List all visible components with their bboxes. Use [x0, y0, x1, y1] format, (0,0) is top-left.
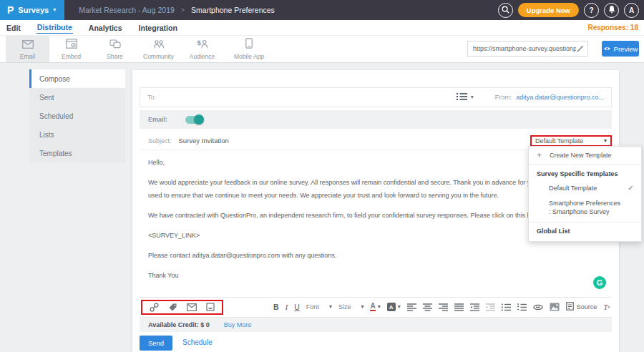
- breadcrumb-survey-name: Smartphone Preferences: [191, 6, 275, 14]
- remove-format-button[interactable]: Tx: [603, 303, 610, 311]
- insert-link-icon[interactable]: [150, 303, 159, 312]
- template-dropdown-menu: + Create New Template Survey Specific Te…: [528, 146, 642, 242]
- topbar: P Surveys ▾ Market Research - Aug 2019 >…: [0, 0, 644, 20]
- align-left-icon[interactable]: [407, 303, 416, 311]
- buy-more-link[interactable]: Buy More: [224, 321, 252, 328]
- mobile-phone-icon: [245, 38, 253, 52]
- to-input[interactable]: [147, 94, 457, 101]
- insert-survey-box-icon[interactable]: [206, 303, 215, 311]
- recipients-row: ▾ From: aditya.datar@questionpro.co...: [140, 87, 612, 107]
- bell-icon: [608, 5, 616, 15]
- chevron-down-icon: ▾: [398, 304, 401, 310]
- subject-label: Subject:: [148, 137, 172, 145]
- menu-item-smartphone-preferences[interactable]: Smartphone Preferences : Smartphone Surv…: [529, 195, 641, 223]
- chevron-down-icon: ▾: [471, 94, 474, 100]
- channel-label: Share: [107, 53, 123, 60]
- tab-integration[interactable]: Integration: [138, 22, 178, 34]
- channel-label: Email: [20, 53, 35, 60]
- distribute-channel-bar: Email Embed Share Community $ Audience M…: [0, 36, 644, 63]
- hyperlink-icon[interactable]: [533, 304, 543, 311]
- send-button[interactable]: Send: [140, 336, 172, 351]
- account-avatar[interactable]: A: [624, 3, 639, 18]
- search-button[interactable]: [498, 3, 513, 18]
- questionpro-logo: P: [7, 4, 14, 16]
- channel-tab-audience[interactable]: $ Audience: [180, 36, 224, 62]
- responses-count[interactable]: Responses: 18: [587, 24, 644, 31]
- select-list-button[interactable]: ▾: [457, 91, 474, 104]
- background-color-dropdown[interactable]: A▾: [387, 303, 401, 311]
- preview-button[interactable]: Preview: [602, 41, 639, 57]
- merge-tag-icon[interactable]: [168, 303, 177, 312]
- italic-button[interactable]: I: [286, 303, 288, 311]
- sidebar-item-sent[interactable]: Sent: [29, 88, 125, 107]
- outdent-icon[interactable]: [470, 303, 479, 311]
- survey-url-value: https://smartphone-survey.questionpro: [473, 45, 576, 52]
- breadcrumb: Market Research - Aug 2019 > Smartphone …: [79, 6, 275, 14]
- sidebar-item-templates[interactable]: Templates: [29, 144, 125, 162]
- smartphone-template-line2: : Smartphone Survey: [549, 207, 634, 216]
- tab-analytics[interactable]: Analytics: [88, 22, 123, 34]
- sidebar-item-scheduled[interactable]: Scheduled: [29, 107, 125, 125]
- insert-image-icon[interactable]: [550, 303, 560, 311]
- indent-icon[interactable]: [486, 303, 495, 311]
- align-right-icon[interactable]: [439, 303, 448, 311]
- sidebar-item-lists[interactable]: Lists: [29, 125, 125, 144]
- menu-header-survey-specific: Survey Specific Templates: [529, 165, 641, 180]
- size-dropdown[interactable]: Size▾: [338, 303, 364, 311]
- contact-list-icon: [457, 91, 467, 104]
- bold-button[interactable]: B: [273, 303, 279, 311]
- credit-row: Available Credit: $ 0 Buy More: [140, 317, 612, 332]
- source-icon: [566, 302, 574, 312]
- channel-label: Embed: [62, 53, 81, 60]
- channel-tab-email[interactable]: Email: [6, 36, 49, 62]
- schedule-link[interactable]: Schedule: [182, 338, 213, 346]
- body-line: Thank You: [148, 269, 612, 282]
- tab-edit[interactable]: Edit: [6, 22, 21, 34]
- channel-label: Mobile App: [234, 53, 264, 60]
- channel-label: Community: [143, 53, 174, 60]
- questionpro-app: P Surveys ▾ Market Research - Aug 2019 >…: [0, 0, 644, 352]
- sidebar-item-compose[interactable]: Compose: [29, 69, 125, 88]
- menu-item-default-template[interactable]: Default Template ✓: [529, 180, 641, 195]
- survey-url-field[interactable]: https://smartphone-survey.questionpro: [467, 41, 588, 57]
- tab-distribute[interactable]: Distribute: [36, 21, 73, 34]
- chevron-down-icon: ▾: [361, 304, 364, 310]
- breadcrumb-folder[interactable]: Market Research - Aug 2019: [79, 6, 175, 14]
- underline-button[interactable]: U: [294, 303, 300, 311]
- chevron-down-icon: ▾: [329, 304, 332, 310]
- source-label: Source: [577, 303, 597, 311]
- upgrade-now-button[interactable]: Upgrade Now: [518, 3, 579, 17]
- insert-email-icon[interactable]: [187, 303, 197, 311]
- channel-tab-community[interactable]: Community: [137, 36, 180, 62]
- channel-tab-share[interactable]: Share: [93, 36, 137, 62]
- email-toggle-switch[interactable]: [185, 116, 203, 124]
- from-address[interactable]: aditya.datar@questionpro.co...: [516, 94, 604, 101]
- grammarly-icon[interactable]: G: [593, 276, 606, 289]
- align-center-icon[interactable]: [423, 303, 432, 311]
- menu-item-create-new-template[interactable]: + Create New Template: [529, 147, 641, 165]
- plus-icon: +: [537, 150, 542, 160]
- search-icon: [502, 6, 509, 15]
- insert-tools-group: [141, 300, 223, 315]
- pencil-icon[interactable]: [576, 42, 584, 55]
- create-new-template-label: Create New Template: [550, 152, 611, 159]
- check-icon: ✓: [628, 184, 634, 192]
- chevron-down-icon: ▾: [604, 138, 607, 144]
- source-button[interactable]: Source: [566, 302, 597, 312]
- bulleted-list-icon[interactable]: [502, 303, 511, 311]
- available-credit-label: Available Credit: $ 0: [148, 321, 210, 328]
- notifications-button[interactable]: [604, 3, 619, 18]
- numbered-list-icon[interactable]: [517, 303, 527, 311]
- text-color-dropdown[interactable]: A▾: [370, 303, 380, 311]
- community-icon: [153, 39, 165, 52]
- menu-header-global-list[interactable]: Global List: [529, 223, 641, 241]
- channel-tab-embed[interactable]: Embed: [49, 36, 93, 62]
- channel-tab-mobile-app[interactable]: Mobile App: [224, 36, 274, 62]
- subject-value[interactable]: Survey Invitation: [179, 137, 229, 145]
- surveys-menu[interactable]: P Surveys ▾: [0, 0, 64, 20]
- email-toggle-row: Email:: [140, 110, 612, 129]
- align-justify-icon[interactable]: [454, 303, 464, 311]
- template-select[interactable]: Default Template ▾: [530, 135, 612, 147]
- help-button[interactable]: ?: [584, 3, 599, 18]
- font-dropdown[interactable]: Font▾: [306, 303, 332, 311]
